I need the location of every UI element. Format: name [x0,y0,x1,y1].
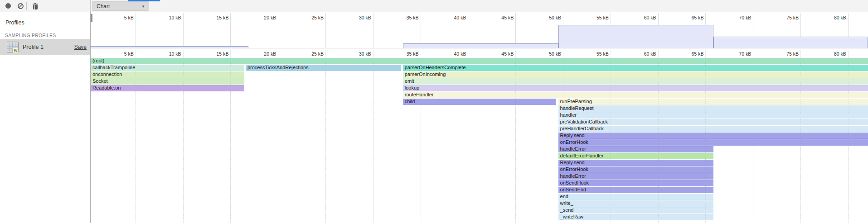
overview-axis-tick-label: 50 kB [525,15,561,20]
chart-gridline-dotted [848,58,849,223]
chevron-down-icon: ▼ [141,5,145,9]
toolbar: Chart ▼ [0,0,868,12]
chart-axis-tick-label: 70 kB [715,51,751,57]
flame-bar[interactable]: defaultErrorHandler [558,153,714,159]
overview-gridline [468,13,468,48]
chart-gridline-dotted [658,58,659,223]
overview-axis-tick-label: 40 kB [430,15,466,20]
profiler-app: Chart ▼ Profiles SAMPLING PROFILES % Pro… [0,0,868,223]
overview-gridline [325,13,326,48]
record-button[interactable] [2,0,14,12]
overview-gridline [373,13,373,48]
chart-axis-tick-label: 10 kB [145,51,181,57]
chart-axis-tick-label: 50 kB [525,51,561,57]
chart-gridline-dotted [468,58,468,223]
overview-allocation-step[interactable] [403,43,558,48]
chart-gridline-dotted [515,58,516,223]
flame-bar[interactable]: child [403,99,557,105]
sampling-profiles-section-label: SAMPLING PROFILES [5,33,56,38]
flame-bar[interactable]: write_ [558,200,714,207]
profiles-heading: Profiles [5,19,24,26]
flame-bar[interactable]: routeHandler [403,92,868,98]
active-tab-indicator [128,0,160,1]
chart-axis-tick-label: 60 kB [620,51,656,57]
flame-bar[interactable]: parserOnIncoming [403,71,868,78]
flame-bar[interactable]: processTicksAndRejections [246,65,401,71]
overview-gridline [515,13,516,48]
chart-gridline-dotted [421,58,421,223]
chart-gridline-dotted [800,58,801,223]
flame-bar[interactable]: Socket [91,78,244,85]
flame-bar[interactable]: emit [403,78,868,85]
flame-bar[interactable]: handleError [558,146,714,152]
overview-axis-tick-label: 45 kB [477,15,514,20]
chart-gridline-dotted [136,58,136,223]
chart-gridline-dotted [278,58,278,223]
flame-bar[interactable]: end [558,194,714,200]
flame-bar[interactable]: Reply.send [558,133,868,139]
save-profile-link[interactable]: Save [74,44,87,50]
flame-bar[interactable]: onconnection [91,71,244,78]
flame-bar[interactable]: handleRequest [558,105,868,112]
chart-gridline-dotted [373,58,373,223]
flame-bar[interactable]: onSendEnd [558,187,714,193]
overview-gridline [136,13,136,48]
flame-bar[interactable]: preValidationCallback [558,119,868,125]
chart-axis-tick-label: 75 kB [762,51,799,57]
chart-axis-tick-label: 25 kB [287,51,324,57]
overview-axis-tick-label: 80 kB [810,15,846,20]
chart-gridline-dotted [611,58,611,223]
flame-bar[interactable]: onSendHook [558,180,714,186]
chart-axis-tick-label: 40 kB [430,51,466,57]
overview-axis-tick-label: 70 kB [715,15,751,20]
flame-bar[interactable]: runPreParsing [558,99,868,105]
sidebar: Profiles SAMPLING PROFILES % Profile 1 S… [0,12,91,223]
chart-gridline-dotted [183,58,184,223]
flame-bar[interactable]: onErrorHook [558,139,868,146]
flame-bar[interactable]: _writeRaw [558,214,714,220]
flame-bar[interactable]: Reply.send [558,160,714,166]
flame-bar[interactable]: preHandlerCallback [558,126,868,132]
toolbar-separator [26,2,27,10]
flame-bar[interactable]: callbackTrampoline [91,65,244,71]
overview-axis-tick-label: 35 kB [383,15,419,20]
chart-axis-tick-label: 15 kB [192,51,228,57]
flame-bar[interactable]: (root) [91,58,868,64]
flame-bar[interactable]: onErrorHook [558,166,714,173]
chart-gridline-dotted [705,58,706,223]
chart-gridline-dotted [230,58,231,223]
flame-bar[interactable]: handler [558,112,868,119]
flame-bar[interactable]: _send [558,207,714,214]
chart-axis-tick-label: 45 kB [477,51,514,57]
overview-divider [91,48,868,48]
chart-axis-tick-label: 80 kB [810,51,846,57]
overview-axis-tick-label: 25 kB [287,15,324,20]
overview-gridline [421,13,421,48]
flame-bar[interactable]: handleError [558,173,714,180]
trash-icon [32,3,39,9]
overview-gridline [230,13,231,48]
chart-gridline-dotted [563,58,563,223]
chart-gridline-dotted [325,58,326,223]
overview-allocation-step[interactable] [713,37,868,48]
overview-axis-tick-label: 30 kB [335,15,371,20]
profile-item[interactable]: % Profile 1 Save [0,39,90,55]
flame-chart-pane: 5 kB5 kB10 kB10 kB15 kB15 kB20 kB20 kB25… [91,12,868,223]
delete-profile-button[interactable] [29,0,41,12]
overview-axis-tick-label: 10 kB [145,15,181,20]
overview-axis-tick-label: 5 kB [97,15,134,20]
toolbar-divider [90,0,91,12]
flame-bar[interactable]: Readable.on [91,85,244,91]
clear-all-profiles-button[interactable] [15,0,26,12]
flame-bar[interactable]: lookup [403,85,868,91]
overview-allocation-step[interactable] [558,25,714,48]
flame-bar[interactable]: parserOnHeadersComplete [403,65,868,71]
vertical-scrollbar-thumb[interactable] [91,14,92,22]
chart-axis-tick-label: 55 kB [572,51,609,57]
profile-document-icon: % [7,42,19,52]
chart-view-select[interactable]: Chart ▼ [92,1,149,11]
profile-item-label: Profile 1 [23,44,74,50]
record-icon [5,3,11,9]
chart-axis-tick-label: 35 kB [383,51,419,57]
overview-axis-tick-label: 55 kB [572,15,609,20]
